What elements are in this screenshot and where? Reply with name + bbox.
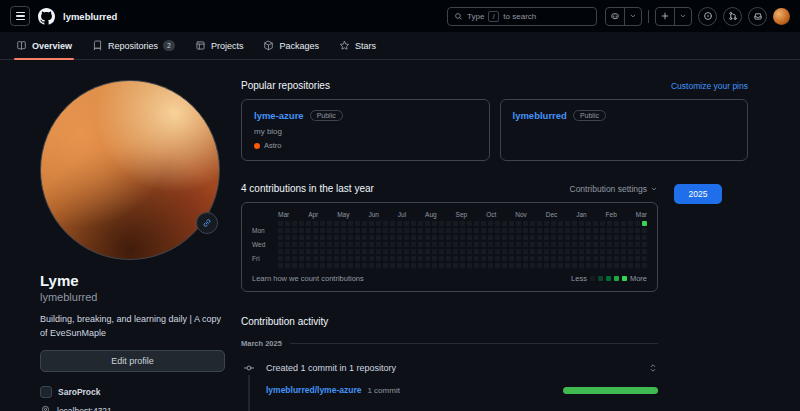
contribution-cell[interactable]: [348, 263, 353, 268]
contribution-cell[interactable]: [502, 249, 507, 254]
contribution-cell[interactable]: [425, 221, 430, 226]
contribution-cell[interactable]: [313, 235, 318, 240]
contribution-cell[interactable]: [460, 228, 465, 233]
contribution-cell[interactable]: [285, 221, 290, 226]
contribution-cell[interactable]: [537, 221, 542, 226]
contribution-cell[interactable]: [628, 228, 633, 233]
contribution-cell[interactable]: [439, 221, 444, 226]
contribution-cell[interactable]: [341, 221, 346, 226]
contribution-cell[interactable]: [614, 235, 619, 240]
contribution-cell[interactable]: [593, 221, 598, 226]
contribution-cell[interactable]: [313, 249, 318, 254]
contribution-cell[interactable]: [516, 242, 521, 247]
contribution-cell[interactable]: [537, 235, 542, 240]
contribution-cell[interactable]: [320, 221, 325, 226]
contribution-cell[interactable]: [628, 263, 633, 268]
contribution-cell[interactable]: [299, 249, 304, 254]
contribution-cell[interactable]: [488, 228, 493, 233]
contribution-cell[interactable]: [285, 263, 290, 268]
contribution-cell[interactable]: [460, 256, 465, 261]
contribution-cell[interactable]: [299, 235, 304, 240]
contribution-cell[interactable]: [481, 249, 486, 254]
contribution-cell[interactable]: [348, 228, 353, 233]
contribution-cell[interactable]: [579, 263, 584, 268]
contribution-cell[interactable]: [348, 249, 353, 254]
header-context-username[interactable]: lymeblurred: [63, 11, 117, 22]
contribution-cell[interactable]: [299, 228, 304, 233]
contribution-cell[interactable]: [313, 221, 318, 226]
contribution-cell[interactable]: [488, 263, 493, 268]
contribution-cell[interactable]: [621, 249, 626, 254]
contribution-cell[interactable]: [467, 235, 472, 240]
contribution-cell[interactable]: [502, 228, 507, 233]
contribution-cell[interactable]: [376, 235, 381, 240]
copilot-chat-button[interactable]: [606, 8, 624, 25]
contribution-cell[interactable]: [376, 228, 381, 233]
contribution-cell[interactable]: [285, 256, 290, 261]
contribution-cell[interactable]: [593, 256, 598, 261]
contribution-cell[interactable]: [509, 249, 514, 254]
contribution-cell[interactable]: [341, 263, 346, 268]
contribution-cell[interactable]: [628, 221, 633, 226]
contribution-cell[interactable]: [383, 256, 388, 261]
contribution-cell[interactable]: [593, 242, 598, 247]
contribution-cell[interactable]: [460, 263, 465, 268]
contribution-cell[interactable]: [362, 221, 367, 226]
contribution-cell[interactable]: [292, 235, 297, 240]
contribution-cell[interactable]: [572, 235, 577, 240]
contribution-cell[interactable]: [488, 249, 493, 254]
contribution-cell[interactable]: [565, 256, 570, 261]
contribution-cell[interactable]: [306, 221, 311, 226]
contribution-cell[interactable]: [572, 242, 577, 247]
contribution-cell[interactable]: [313, 263, 318, 268]
repo-link[interactable]: lymeblurred: [513, 110, 567, 121]
search-input[interactable]: Type / to search: [447, 7, 597, 26]
contribution-cell[interactable]: [292, 242, 297, 247]
contribution-cell[interactable]: [628, 235, 633, 240]
contribution-cell[interactable]: [362, 242, 367, 247]
contribution-cell[interactable]: [551, 228, 556, 233]
contribution-cell[interactable]: [439, 235, 444, 240]
contribution-cell[interactable]: [530, 221, 535, 226]
contribution-cell[interactable]: [572, 228, 577, 233]
contribution-cell[interactable]: [320, 235, 325, 240]
contribution-cell[interactable]: [411, 256, 416, 261]
contribution-cell[interactable]: [411, 242, 416, 247]
contribution-cell[interactable]: [460, 249, 465, 254]
contribution-cell[interactable]: [418, 263, 423, 268]
contribution-cell[interactable]: [299, 221, 304, 226]
contribution-cell[interactable]: [334, 221, 339, 226]
contribution-cell[interactable]: [558, 242, 563, 247]
contribution-cell[interactable]: [404, 242, 409, 247]
contribution-cell[interactable]: [481, 235, 486, 240]
contribution-cell[interactable]: [355, 221, 360, 226]
contribution-cell[interactable]: [537, 249, 542, 254]
contribution-cell[interactable]: [621, 256, 626, 261]
contribution-cell[interactable]: [551, 256, 556, 261]
contribution-cell[interactable]: [376, 221, 381, 226]
contribution-cell[interactable]: [523, 249, 528, 254]
contribution-cell[interactable]: [572, 256, 577, 261]
contribution-cell[interactable]: [635, 221, 640, 226]
contribution-cell[interactable]: [544, 249, 549, 254]
contribution-cell[interactable]: [558, 235, 563, 240]
edit-profile-button[interactable]: Edit profile: [40, 350, 225, 372]
contribution-cell[interactable]: [285, 249, 290, 254]
contribution-cell[interactable]: [278, 256, 283, 261]
contribution-cell[interactable]: [509, 242, 514, 247]
contribution-cell[interactable]: [460, 242, 465, 247]
contribution-cell[interactable]: [404, 221, 409, 226]
contribution-cell[interactable]: [579, 249, 584, 254]
contribution-cell[interactable]: [418, 242, 423, 247]
contribution-cell[interactable]: [551, 249, 556, 254]
contribution-cell[interactable]: [425, 249, 430, 254]
contribution-cell[interactable]: [537, 256, 542, 261]
contribution-cell[interactable]: [334, 235, 339, 240]
hamburger-menu-button[interactable]: [10, 6, 30, 26]
contribution-cell[interactable]: [341, 235, 346, 240]
contribution-cell[interactable]: [523, 228, 528, 233]
contribution-cell[interactable]: [516, 228, 521, 233]
contribution-cell[interactable]: [488, 235, 493, 240]
contribution-cell[interactable]: [593, 249, 598, 254]
contribution-cell[interactable]: [432, 242, 437, 247]
